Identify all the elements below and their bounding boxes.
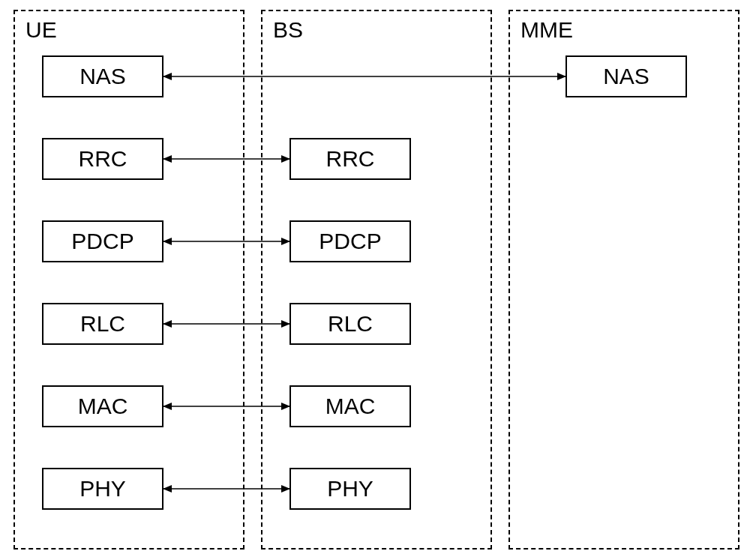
diagram-canvas: UE BS MME NAS RRC PDCP RLC MAC PHY RRC P… — [0, 0, 750, 560]
column-mme-label: MME — [520, 17, 573, 43]
column-bs-label: BS — [273, 17, 303, 43]
bs-pdcp-box: PDCP — [290, 220, 411, 262]
ue-rlc-box: RLC — [42, 303, 164, 345]
mme-nas-box: NAS — [566, 55, 687, 97]
ue-rrc-box: RRC — [42, 138, 164, 180]
ue-pdcp-box: PDCP — [42, 220, 164, 262]
ue-phy-box: PHY — [42, 468, 164, 510]
column-ue-label: UE — [26, 17, 57, 43]
bs-rrc-box: RRC — [290, 138, 411, 180]
bs-rlc-box: RLC — [290, 303, 411, 345]
bs-mac-box: MAC — [290, 385, 411, 427]
ue-nas-box: NAS — [42, 55, 164, 97]
bs-phy-box: PHY — [290, 468, 411, 510]
ue-mac-box: MAC — [42, 385, 164, 427]
